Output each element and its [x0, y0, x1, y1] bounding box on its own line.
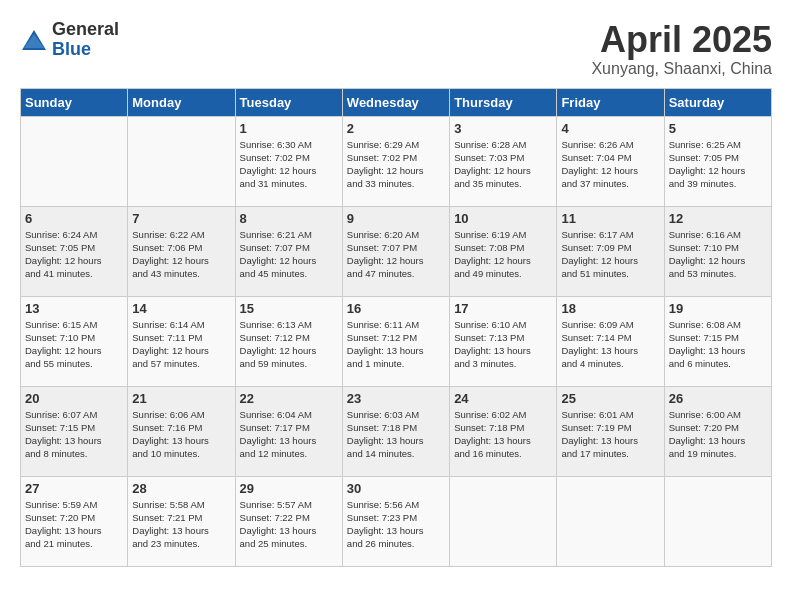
day-info: Sunrise: 5:59 AM Sunset: 7:20 PM Dayligh… — [25, 498, 123, 551]
table-cell — [450, 476, 557, 566]
location: Xunyang, Shaanxi, China — [591, 60, 772, 78]
day-info: Sunrise: 6:22 AM Sunset: 7:06 PM Dayligh… — [132, 228, 230, 281]
table-cell: 6Sunrise: 6:24 AM Sunset: 7:05 PM Daylig… — [21, 206, 128, 296]
table-cell: 14Sunrise: 6:14 AM Sunset: 7:11 PM Dayli… — [128, 296, 235, 386]
page-header: General Blue April 2025 Xunyang, Shaanxi… — [20, 20, 772, 78]
day-number: 5 — [669, 121, 767, 136]
day-info: Sunrise: 6:01 AM Sunset: 7:19 PM Dayligh… — [561, 408, 659, 461]
day-info: Sunrise: 6:25 AM Sunset: 7:05 PM Dayligh… — [669, 138, 767, 191]
day-number: 12 — [669, 211, 767, 226]
table-cell — [128, 116, 235, 206]
table-cell: 26Sunrise: 6:00 AM Sunset: 7:20 PM Dayli… — [664, 386, 771, 476]
day-info: Sunrise: 6:08 AM Sunset: 7:15 PM Dayligh… — [669, 318, 767, 371]
table-cell: 4Sunrise: 6:26 AM Sunset: 7:04 PM Daylig… — [557, 116, 664, 206]
day-number: 21 — [132, 391, 230, 406]
table-cell: 13Sunrise: 6:15 AM Sunset: 7:10 PM Dayli… — [21, 296, 128, 386]
table-cell: 24Sunrise: 6:02 AM Sunset: 7:18 PM Dayli… — [450, 386, 557, 476]
table-cell: 11Sunrise: 6:17 AM Sunset: 7:09 PM Dayli… — [557, 206, 664, 296]
table-cell: 19Sunrise: 6:08 AM Sunset: 7:15 PM Dayli… — [664, 296, 771, 386]
week-row-1: 1Sunrise: 6:30 AM Sunset: 7:02 PM Daylig… — [21, 116, 772, 206]
week-row-3: 13Sunrise: 6:15 AM Sunset: 7:10 PM Dayli… — [21, 296, 772, 386]
logo: General Blue — [20, 20, 119, 60]
day-info: Sunrise: 6:17 AM Sunset: 7:09 PM Dayligh… — [561, 228, 659, 281]
table-cell — [557, 476, 664, 566]
day-info: Sunrise: 6:00 AM Sunset: 7:20 PM Dayligh… — [669, 408, 767, 461]
day-number: 6 — [25, 211, 123, 226]
day-info: Sunrise: 6:24 AM Sunset: 7:05 PM Dayligh… — [25, 228, 123, 281]
table-cell: 15Sunrise: 6:13 AM Sunset: 7:12 PM Dayli… — [235, 296, 342, 386]
day-info: Sunrise: 6:04 AM Sunset: 7:17 PM Dayligh… — [240, 408, 338, 461]
table-cell: 17Sunrise: 6:10 AM Sunset: 7:13 PM Dayli… — [450, 296, 557, 386]
day-number: 2 — [347, 121, 445, 136]
day-number: 28 — [132, 481, 230, 496]
day-number: 26 — [669, 391, 767, 406]
day-number: 13 — [25, 301, 123, 316]
weekday-header-saturday: Saturday — [664, 88, 771, 116]
weekday-header-tuesday: Tuesday — [235, 88, 342, 116]
day-number: 4 — [561, 121, 659, 136]
day-number: 17 — [454, 301, 552, 316]
table-cell: 1Sunrise: 6:30 AM Sunset: 7:02 PM Daylig… — [235, 116, 342, 206]
day-number: 22 — [240, 391, 338, 406]
day-number: 7 — [132, 211, 230, 226]
day-number: 19 — [669, 301, 767, 316]
table-cell: 16Sunrise: 6:11 AM Sunset: 7:12 PM Dayli… — [342, 296, 449, 386]
table-cell: 8Sunrise: 6:21 AM Sunset: 7:07 PM Daylig… — [235, 206, 342, 296]
day-info: Sunrise: 6:16 AM Sunset: 7:10 PM Dayligh… — [669, 228, 767, 281]
day-info: Sunrise: 5:57 AM Sunset: 7:22 PM Dayligh… — [240, 498, 338, 551]
week-row-5: 27Sunrise: 5:59 AM Sunset: 7:20 PM Dayli… — [21, 476, 772, 566]
day-info: Sunrise: 6:09 AM Sunset: 7:14 PM Dayligh… — [561, 318, 659, 371]
table-cell: 23Sunrise: 6:03 AM Sunset: 7:18 PM Dayli… — [342, 386, 449, 476]
day-info: Sunrise: 6:14 AM Sunset: 7:11 PM Dayligh… — [132, 318, 230, 371]
day-info: Sunrise: 6:13 AM Sunset: 7:12 PM Dayligh… — [240, 318, 338, 371]
table-cell — [21, 116, 128, 206]
day-info: Sunrise: 5:56 AM Sunset: 7:23 PM Dayligh… — [347, 498, 445, 551]
day-info: Sunrise: 6:10 AM Sunset: 7:13 PM Dayligh… — [454, 318, 552, 371]
day-info: Sunrise: 6:03 AM Sunset: 7:18 PM Dayligh… — [347, 408, 445, 461]
day-number: 1 — [240, 121, 338, 136]
calendar-table: SundayMondayTuesdayWednesdayThursdayFrid… — [20, 88, 772, 567]
svg-marker-1 — [24, 34, 44, 48]
table-cell: 3Sunrise: 6:28 AM Sunset: 7:03 PM Daylig… — [450, 116, 557, 206]
title-block: April 2025 Xunyang, Shaanxi, China — [591, 20, 772, 78]
day-number: 29 — [240, 481, 338, 496]
day-number: 30 — [347, 481, 445, 496]
table-cell: 7Sunrise: 6:22 AM Sunset: 7:06 PM Daylig… — [128, 206, 235, 296]
table-cell: 28Sunrise: 5:58 AM Sunset: 7:21 PM Dayli… — [128, 476, 235, 566]
day-number: 14 — [132, 301, 230, 316]
day-info: Sunrise: 6:07 AM Sunset: 7:15 PM Dayligh… — [25, 408, 123, 461]
day-number: 25 — [561, 391, 659, 406]
table-cell: 30Sunrise: 5:56 AM Sunset: 7:23 PM Dayli… — [342, 476, 449, 566]
table-cell: 5Sunrise: 6:25 AM Sunset: 7:05 PM Daylig… — [664, 116, 771, 206]
table-cell: 21Sunrise: 6:06 AM Sunset: 7:16 PM Dayli… — [128, 386, 235, 476]
weekday-header-thursday: Thursday — [450, 88, 557, 116]
day-number: 18 — [561, 301, 659, 316]
table-cell: 2Sunrise: 6:29 AM Sunset: 7:02 PM Daylig… — [342, 116, 449, 206]
table-cell: 10Sunrise: 6:19 AM Sunset: 7:08 PM Dayli… — [450, 206, 557, 296]
table-cell: 18Sunrise: 6:09 AM Sunset: 7:14 PM Dayli… — [557, 296, 664, 386]
day-info: Sunrise: 6:15 AM Sunset: 7:10 PM Dayligh… — [25, 318, 123, 371]
week-row-2: 6Sunrise: 6:24 AM Sunset: 7:05 PM Daylig… — [21, 206, 772, 296]
day-info: Sunrise: 6:29 AM Sunset: 7:02 PM Dayligh… — [347, 138, 445, 191]
weekday-header-wednesday: Wednesday — [342, 88, 449, 116]
day-info: Sunrise: 6:28 AM Sunset: 7:03 PM Dayligh… — [454, 138, 552, 191]
day-number: 8 — [240, 211, 338, 226]
table-cell: 20Sunrise: 6:07 AM Sunset: 7:15 PM Dayli… — [21, 386, 128, 476]
day-info: Sunrise: 6:21 AM Sunset: 7:07 PM Dayligh… — [240, 228, 338, 281]
table-cell: 9Sunrise: 6:20 AM Sunset: 7:07 PM Daylig… — [342, 206, 449, 296]
week-row-4: 20Sunrise: 6:07 AM Sunset: 7:15 PM Dayli… — [21, 386, 772, 476]
table-cell: 29Sunrise: 5:57 AM Sunset: 7:22 PM Dayli… — [235, 476, 342, 566]
day-number: 24 — [454, 391, 552, 406]
day-number: 27 — [25, 481, 123, 496]
day-info: Sunrise: 6:19 AM Sunset: 7:08 PM Dayligh… — [454, 228, 552, 281]
day-number: 10 — [454, 211, 552, 226]
logo-general: General — [52, 20, 119, 40]
day-info: Sunrise: 6:06 AM Sunset: 7:16 PM Dayligh… — [132, 408, 230, 461]
day-info: Sunrise: 6:26 AM Sunset: 7:04 PM Dayligh… — [561, 138, 659, 191]
day-number: 11 — [561, 211, 659, 226]
table-cell: 27Sunrise: 5:59 AM Sunset: 7:20 PM Dayli… — [21, 476, 128, 566]
weekday-header-friday: Friday — [557, 88, 664, 116]
month-title: April 2025 — [591, 20, 772, 60]
table-cell — [664, 476, 771, 566]
logo-icon — [20, 26, 48, 54]
